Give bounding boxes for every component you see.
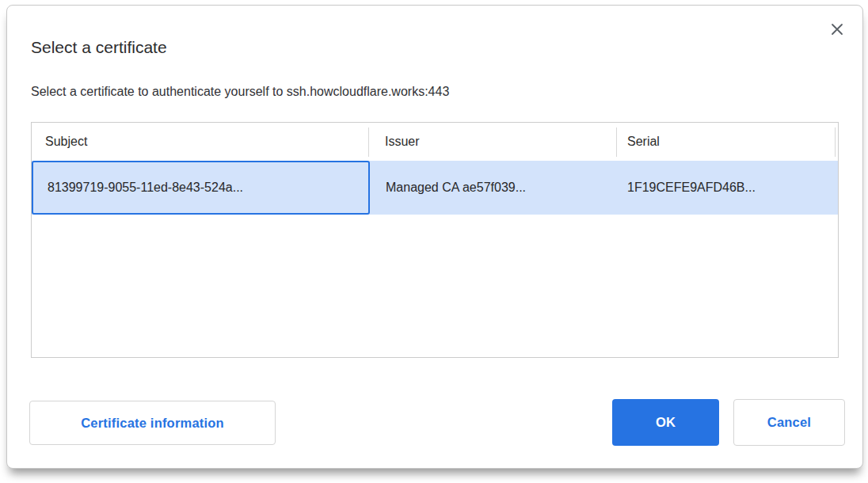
- cell-serial: 1F19CEFE9AFD46B...: [616, 161, 756, 215]
- table-header: Subject Issuer Serial: [32, 123, 838, 161]
- ok-button[interactable]: OK: [612, 399, 719, 446]
- cell-subject: 81399719-9055-11ed-8e43-524a...: [32, 161, 370, 215]
- close-button[interactable]: [826, 18, 848, 40]
- dialog-subtitle: Select a certificate to authenticate you…: [31, 83, 449, 101]
- column-header-stub: [835, 123, 838, 161]
- certificate-information-button[interactable]: Certificate information: [29, 401, 276, 445]
- certificate-table: Subject Issuer Serial 81399719-9055-11ed…: [31, 122, 839, 358]
- cancel-button[interactable]: Cancel: [733, 399, 845, 446]
- close-icon: [831, 23, 843, 36]
- dialog-title: Select a certificate: [31, 37, 167, 58]
- certificate-select-dialog: Select a certificate Select a certificat…: [6, 5, 863, 469]
- certificate-row-selected[interactable]: 81399719-9055-11ed-8e43-524a... Managed …: [32, 161, 838, 215]
- column-header-subject: Subject: [32, 123, 368, 161]
- column-header-serial: Serial: [616, 123, 835, 161]
- cell-issuer: Managed CA ae57f039...: [370, 161, 616, 215]
- column-header-issuer: Issuer: [368, 123, 616, 161]
